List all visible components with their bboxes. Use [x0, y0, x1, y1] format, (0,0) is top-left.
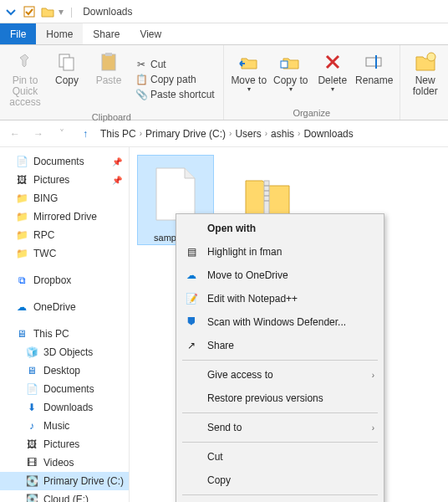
back-button[interactable]: ←: [7, 126, 23, 142]
new-folder-button[interactable]: New folder: [405, 49, 445, 99]
pictures-icon: 🖼: [15, 173, 28, 187]
breadcrumb-segment[interactable]: Downloads: [303, 128, 353, 140]
cut-button[interactable]: ✂Cut: [132, 58, 218, 71]
copy-to-icon: [279, 50, 303, 74]
paste-icon: [97, 50, 120, 74]
ctx-copy[interactable]: Copy: [179, 469, 381, 492]
document-icon: 📄: [25, 382, 38, 396]
sidebar-item-videos[interactable]: 🎞Videos: [0, 453, 129, 472]
pin-icon: 📌: [112, 176, 122, 185]
paste-button[interactable]: Paste: [89, 49, 129, 110]
delete-button[interactable]: Delete▾: [313, 49, 353, 95]
sidebar-item-documents[interactable]: 📄Documents: [0, 380, 129, 398]
delete-icon: [321, 50, 344, 74]
scissors-icon: ✂: [135, 59, 147, 70]
ctx-notepad[interactable]: 📝Edit with Notepad++: [179, 287, 381, 310]
copy-path-button[interactable]: 📋Copy path: [132, 73, 218, 86]
copy-icon: [55, 50, 79, 74]
rename-button[interactable]: Rename: [354, 49, 395, 95]
down-arrow-icon[interactable]: [3, 4, 18, 19]
sidebar-item-dropbox[interactable]: ⧉Dropbox: [0, 271, 129, 289]
onedrive-icon: ☁: [15, 300, 28, 314]
download-icon: ⬇: [25, 401, 38, 414]
tab-home[interactable]: Home: [36, 23, 83, 44]
sidebar-item-cloud[interactable]: 💽Cloud (E:): [0, 490, 129, 502]
recent-button[interactable]: ˅: [53, 126, 70, 142]
svg-point-8: [427, 53, 435, 61]
chevron-right-icon: ›: [372, 371, 374, 380]
ctx-give-access[interactable]: Give access to›: [179, 363, 381, 387]
copy-to-button[interactable]: Copy to▾: [271, 49, 311, 95]
sidebar-item-music[interactable]: ♪Music: [0, 417, 129, 435]
dropbox-icon: ⧉: [15, 274, 28, 287]
3d-icon: 🧊: [25, 346, 38, 359]
forward-button[interactable]: →: [30, 126, 47, 142]
address-bar: ← → ˅ ↑ This PC› Primary Drive (C:)› Use…: [0, 120, 448, 147]
ctx-fman[interactable]: ▤Highlight in fman: [179, 240, 381, 264]
sidebar-item-primary-drive[interactable]: 💽Primary Drive (C:): [0, 472, 129, 490]
ctx-send-to[interactable]: Send to›: [179, 416, 381, 439]
ribbon-tabs: File Home Share View: [0, 23, 448, 45]
ctx-defender[interactable]: ⛊Scan with Windows Defender...: [179, 310, 381, 334]
rename-icon: [363, 50, 386, 74]
share-icon: ↗: [184, 338, 199, 353]
sidebar-item-twc[interactable]: 📁TWC: [0, 244, 129, 263]
sidebar-item-3dobjects[interactable]: 🧊3D Objects: [0, 343, 129, 361]
pc-icon: 🖥: [15, 327, 28, 341]
ctx-create-shortcut[interactable]: Create shortcut: [179, 498, 381, 502]
tab-view[interactable]: View: [130, 23, 171, 44]
breadcrumb-segment[interactable]: Primary Drive (C:): [145, 128, 226, 140]
ctx-cut[interactable]: Cut: [179, 445, 381, 469]
breadcrumb-segment[interactable]: Users: [235, 128, 261, 140]
sidebar-item-downloads[interactable]: ⬇Downloads: [0, 398, 129, 417]
checkbox-icon[interactable]: [22, 4, 37, 19]
sidebar-item-mirrored[interactable]: 📁Mirrored Drive: [0, 207, 129, 226]
video-icon: 🎞: [25, 456, 38, 469]
tab-file[interactable]: File: [0, 23, 36, 44]
title-bar: ▾ | Downloads: [0, 0, 448, 23]
notepad-icon: 📝: [184, 291, 199, 306]
drive-icon: 💽: [25, 474, 38, 488]
folder-icon: [40, 4, 55, 19]
breadcrumb-segment[interactable]: This PC: [100, 128, 136, 140]
breadcrumb[interactable]: This PC› Primary Drive (C:)› Users› ashi…: [100, 128, 354, 140]
folder-icon: 📁: [15, 247, 28, 260]
group-new-label: New: [405, 106, 448, 118]
sidebar-item-onedrive[interactable]: ☁OneDrive: [0, 298, 129, 316]
breadcrumb-segment[interactable]: ashis: [271, 128, 294, 140]
sidebar-item-thispc[interactable]: 🖥This PC: [0, 325, 129, 343]
ribbon: Pin to Quick access Copy Paste ✂Cut 📋Cop…: [0, 45, 448, 120]
pin-quick-access-button[interactable]: Pin to Quick access: [5, 49, 45, 110]
ctx-share[interactable]: ↗Share: [179, 334, 381, 357]
svg-rect-0: [24, 7, 34, 17]
sidebar-item-pictures[interactable]: 🖼Pictures📌: [0, 171, 129, 189]
copy-button[interactable]: Copy: [47, 49, 87, 110]
context-menu: Open with ▤Highlight in fman ☁Move to On…: [176, 213, 384, 502]
svg-rect-5: [281, 61, 288, 68]
sidebar-item-pictures[interactable]: 🖼Pictures: [0, 435, 129, 453]
svg-rect-3: [102, 54, 115, 70]
new-folder-icon: [414, 50, 437, 74]
move-to-button[interactable]: Move to▾: [229, 49, 269, 95]
window-title: Downloads: [83, 6, 132, 18]
sidebar-item-bing[interactable]: 📁BING: [0, 189, 129, 207]
copy-path-icon: 📋: [135, 74, 147, 85]
ctx-open-with[interactable]: Open with: [179, 217, 381, 240]
onedrive-icon: ☁: [184, 268, 199, 283]
shield-icon: ⛊: [184, 315, 199, 330]
drive-icon: 💽: [25, 493, 38, 502]
ctx-restore[interactable]: Restore previous versions: [179, 387, 381, 410]
paste-shortcut-button[interactable]: 📎Paste shortcut: [132, 88, 218, 101]
tab-share[interactable]: Share: [83, 23, 130, 44]
ctx-onedrive[interactable]: ☁Move to OneDrive: [179, 264, 381, 287]
document-icon: 📄: [15, 155, 28, 168]
up-button[interactable]: ↑: [77, 126, 94, 142]
sidebar-item-documents[interactable]: 📄Documents📌: [0, 152, 129, 171]
music-icon: ♪: [25, 419, 38, 433]
paste-shortcut-icon: 📎: [135, 89, 147, 100]
pictures-icon: 🖼: [25, 438, 38, 451]
sidebar-item-desktop[interactable]: 🖥Desktop: [0, 361, 129, 380]
group-organize-label: Organize: [229, 106, 395, 118]
folder-icon: 📁: [15, 192, 28, 205]
sidebar-item-rpc[interactable]: 📁RPC: [0, 226, 129, 244]
